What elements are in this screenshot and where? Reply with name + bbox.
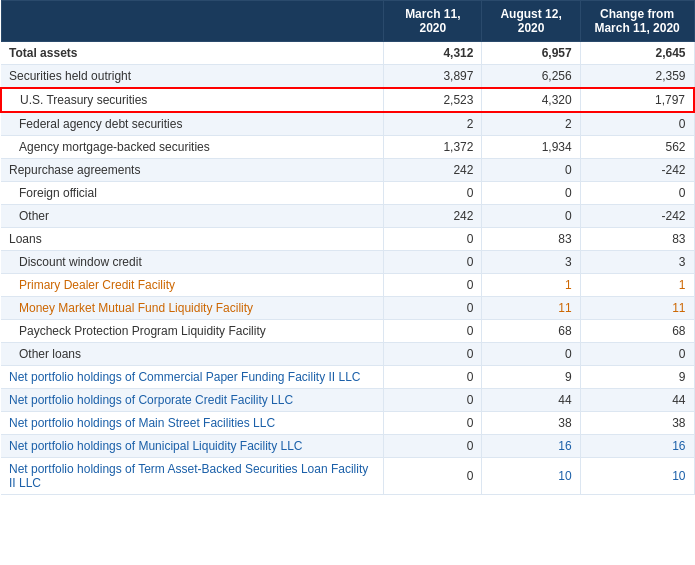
row-label: Net portfolio holdings of Corporate Cred…: [1, 389, 384, 412]
march-value: 0: [384, 435, 482, 458]
table-header-row: March 11, 2020 August 12, 2020 Change fr…: [1, 1, 694, 42]
change-value: 562: [580, 136, 694, 159]
row-label: Primary Dealer Credit Facility: [1, 274, 384, 297]
row-label: Repurchase agreements: [1, 159, 384, 182]
row-label: Paycheck Protection Program Liquidity Fa…: [1, 320, 384, 343]
table-row: Net portfolio holdings of Corporate Cred…: [1, 389, 694, 412]
august-value: 9: [482, 366, 580, 389]
financial-data-table: March 11, 2020 August 12, 2020 Change fr…: [0, 0, 695, 495]
row-label: Net portfolio holdings of Main Street Fa…: [1, 412, 384, 435]
change-value: 83: [580, 228, 694, 251]
table-row: Other2420-242: [1, 205, 694, 228]
table-row: Other loans000: [1, 343, 694, 366]
change-value: 0: [580, 112, 694, 136]
table-row: Loans08383: [1, 228, 694, 251]
march-value: 0: [384, 320, 482, 343]
change-value: 1: [580, 274, 694, 297]
august-value: 1: [482, 274, 580, 297]
august-column-header: August 12, 2020: [482, 1, 580, 42]
change-value: 68: [580, 320, 694, 343]
august-value: 4,320: [482, 88, 580, 112]
change-value: 10: [580, 458, 694, 495]
row-label: Securities held outright: [1, 65, 384, 89]
change-value: 0: [580, 182, 694, 205]
march-value: 1,372: [384, 136, 482, 159]
change-value: 11: [580, 297, 694, 320]
row-label: U.S. Treasury securities: [1, 88, 384, 112]
august-value: 6,957: [482, 42, 580, 65]
row-label: Federal agency debt securities: [1, 112, 384, 136]
march-value: 0: [384, 389, 482, 412]
march-column-header: March 11, 2020: [384, 1, 482, 42]
march-value: 3,897: [384, 65, 482, 89]
table-row: Money Market Mutual Fund Liquidity Facil…: [1, 297, 694, 320]
table-row: Discount window credit033: [1, 251, 694, 274]
august-value: 0: [482, 159, 580, 182]
march-value: 0: [384, 297, 482, 320]
row-label: Net portfolio holdings of Term Asset-Bac…: [1, 458, 384, 495]
label-column-header: [1, 1, 384, 42]
march-value: 0: [384, 274, 482, 297]
change-value: -242: [580, 205, 694, 228]
change-value: -242: [580, 159, 694, 182]
change-value: 2,645: [580, 42, 694, 65]
august-value: 0: [482, 343, 580, 366]
table-body: Total assets4,3126,9572,645Securities he…: [1, 42, 694, 495]
table-row: Total assets4,3126,9572,645: [1, 42, 694, 65]
row-label: Money Market Mutual Fund Liquidity Facil…: [1, 297, 384, 320]
table-row: Net portfolio holdings of Term Asset-Bac…: [1, 458, 694, 495]
march-value: 0: [384, 251, 482, 274]
change-value: 2,359: [580, 65, 694, 89]
row-label: Loans: [1, 228, 384, 251]
row-label: Foreign official: [1, 182, 384, 205]
table-row: Paycheck Protection Program Liquidity Fa…: [1, 320, 694, 343]
table-row: U.S. Treasury securities2,5234,3201,797: [1, 88, 694, 112]
change-value: 1,797: [580, 88, 694, 112]
march-value: 242: [384, 159, 482, 182]
march-value: 0: [384, 458, 482, 495]
table-row: Net portfolio holdings of Commercial Pap…: [1, 366, 694, 389]
march-value: 0: [384, 343, 482, 366]
march-value: 0: [384, 182, 482, 205]
march-value: 2,523: [384, 88, 482, 112]
table-row: Repurchase agreements2420-242: [1, 159, 694, 182]
august-value: 3: [482, 251, 580, 274]
table-row: Net portfolio holdings of Main Street Fa…: [1, 412, 694, 435]
august-value: 44: [482, 389, 580, 412]
table-row: Primary Dealer Credit Facility011: [1, 274, 694, 297]
march-value: 242: [384, 205, 482, 228]
august-value: 83: [482, 228, 580, 251]
change-value: 3: [580, 251, 694, 274]
row-label: Total assets: [1, 42, 384, 65]
table-row: Foreign official000: [1, 182, 694, 205]
august-value: 1,934: [482, 136, 580, 159]
change-column-header: Change from March 11, 2020: [580, 1, 694, 42]
row-label: Other: [1, 205, 384, 228]
august-value: 68: [482, 320, 580, 343]
change-value: 38: [580, 412, 694, 435]
change-value: 9: [580, 366, 694, 389]
august-value: 11: [482, 297, 580, 320]
march-value: 0: [384, 412, 482, 435]
change-value: 0: [580, 343, 694, 366]
march-value: 0: [384, 366, 482, 389]
march-value: 4,312: [384, 42, 482, 65]
table-row: Securities held outright3,8976,2562,359: [1, 65, 694, 89]
august-value: 38: [482, 412, 580, 435]
table-row: Net portfolio holdings of Municipal Liqu…: [1, 435, 694, 458]
march-value: 2: [384, 112, 482, 136]
row-label: Agency mortgage-backed securities: [1, 136, 384, 159]
august-value: 10: [482, 458, 580, 495]
march-value: 0: [384, 228, 482, 251]
row-label: Other loans: [1, 343, 384, 366]
change-value: 44: [580, 389, 694, 412]
row-label: Net portfolio holdings of Municipal Liqu…: [1, 435, 384, 458]
august-value: 0: [482, 182, 580, 205]
row-label: Net portfolio holdings of Commercial Pap…: [1, 366, 384, 389]
change-value: 16: [580, 435, 694, 458]
august-value: 16: [482, 435, 580, 458]
august-value: 2: [482, 112, 580, 136]
august-value: 6,256: [482, 65, 580, 89]
table-row: Agency mortgage-backed securities1,3721,…: [1, 136, 694, 159]
august-value: 0: [482, 205, 580, 228]
